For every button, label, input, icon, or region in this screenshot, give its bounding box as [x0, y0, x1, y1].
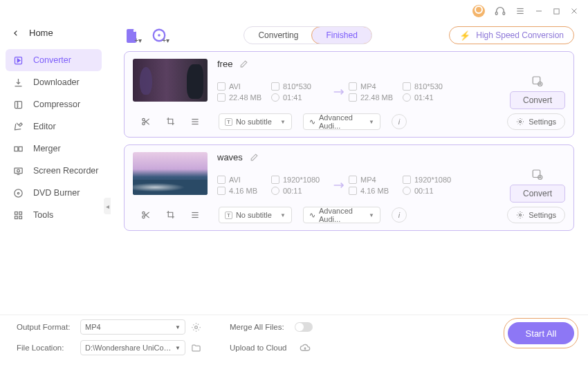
- sidebar-item-editor[interactable]: Editor: [0, 115, 107, 138]
- trim-icon[interactable]: [141, 210, 151, 220]
- sidebar-item-merger[interactable]: Merger: [0, 138, 107, 160]
- collapse-sidebar-icon[interactable]: ◂: [104, 198, 111, 214]
- file-location-select[interactable]: D:\Wondershare UniConverter 1▼: [80, 340, 185, 355]
- sidebar-item-downloader[interactable]: Downloader: [0, 71, 107, 93]
- home-label: Home: [29, 28, 53, 38]
- convert-arrow-icon: [332, 84, 347, 100]
- tab-finished[interactable]: Finished: [311, 26, 371, 44]
- resolution-icon: [271, 176, 279, 184]
- crop-icon[interactable]: [166, 210, 175, 220]
- svg-rect-13: [19, 147, 22, 151]
- subtitle-select[interactable]: TNo subtitle ▼: [219, 207, 292, 223]
- bottom-bar: Output Format: MP4▼ Merge All Files: Fil…: [0, 315, 588, 365]
- minimize-icon[interactable]: [535, 7, 543, 15]
- sidebar-item-tools[interactable]: Tools: [0, 204, 107, 226]
- output-settings-icon[interactable]: [188, 322, 203, 333]
- svg-rect-21: [19, 216, 21, 218]
- dst-duration: 00:11: [414, 187, 434, 195]
- svg-rect-18: [15, 212, 17, 214]
- close-icon[interactable]: [570, 7, 578, 15]
- tools-icon: [12, 209, 24, 221]
- info-icon[interactable]: i: [392, 207, 407, 223]
- start-all-wrap: Start All: [508, 322, 574, 344]
- src-size: 22.48 MB: [229, 93, 261, 102]
- svg-rect-32: [533, 170, 540, 178]
- svg-point-39: [520, 214, 522, 216]
- subtitle-select[interactable]: TNo subtitle ▼: [219, 113, 292, 130]
- top-toolbar: +▾ +▾ Converting Finished ⚡ High Speed C…: [124, 19, 574, 51]
- high-speed-button[interactable]: ⚡ High Speed Conversion: [449, 26, 574, 44]
- avatar-icon[interactable]: [472, 5, 485, 17]
- add-dvd-icon[interactable]: +▾: [151, 28, 167, 43]
- audio-select[interactable]: ∿Advanced Audi... ▼: [303, 113, 380, 130]
- maximize-icon[interactable]: [553, 8, 560, 15]
- file-settings-button[interactable]: Settings: [507, 113, 565, 130]
- file-card: free AVI 22.48 MB 810*530 01:41: [124, 51, 574, 138]
- src-duration: 01:41: [283, 93, 302, 102]
- audio-icon: ∿: [309, 118, 315, 127]
- menu-icon[interactable]: [515, 6, 525, 16]
- sidebar-item-dvd-burner[interactable]: DVD Burner: [0, 182, 107, 204]
- sidebar-item-converter[interactable]: Converter: [6, 49, 102, 71]
- tab-converting[interactable]: Converting: [244, 27, 312, 44]
- dvdburner-icon: [12, 187, 24, 198]
- sidebar: Home ConverterDownloaderCompressorEditor…: [0, 19, 107, 315]
- sidebar-item-compressor[interactable]: Compressor: [0, 93, 107, 115]
- audio-select[interactable]: ∿Advanced Audi... ▼: [303, 207, 380, 223]
- file-thumbnail[interactable]: [133, 152, 208, 195]
- svg-rect-24: [533, 77, 540, 84]
- info-icon[interactable]: i: [392, 114, 407, 129]
- upload-cloud-icon[interactable]: [295, 342, 315, 353]
- start-all-button[interactable]: Start All: [508, 322, 574, 344]
- more-icon[interactable]: [190, 210, 200, 220]
- crop-icon[interactable]: [166, 117, 175, 127]
- rename-icon[interactable]: [250, 153, 259, 162]
- resolution-icon: [403, 176, 411, 184]
- sidebar-item-label: Tools: [33, 210, 53, 220]
- svg-point-16: [14, 189, 21, 196]
- file-settings-button[interactable]: Settings: [507, 207, 565, 223]
- upload-cloud-label: Upload to Cloud: [230, 344, 292, 352]
- src-format: AVI: [229, 82, 241, 91]
- sidebar-item-label: Editor: [33, 122, 56, 131]
- downloader-icon: [12, 77, 24, 88]
- trim-icon[interactable]: [141, 117, 151, 127]
- merge-all-toggle[interactable]: [295, 322, 313, 332]
- sidebar-item-label: DVD Burner: [33, 188, 80, 198]
- svg-rect-14: [14, 168, 21, 174]
- size-icon: [217, 187, 226, 195]
- bolt-icon: ⚡: [459, 30, 470, 41]
- subtitle-icon: T: [225, 118, 232, 126]
- add-file-icon[interactable]: +▾: [124, 28, 139, 43]
- output-preset-icon[interactable]: [531, 75, 544, 87]
- svg-rect-1: [503, 12, 505, 15]
- convert-button[interactable]: Convert: [510, 91, 565, 109]
- convert-button[interactable]: Convert: [510, 185, 565, 203]
- format-icon: [217, 82, 226, 91]
- dst-resolution: 1920*1080: [414, 176, 451, 184]
- svg-point-15: [17, 169, 19, 172]
- src-size: 4.16 MB: [229, 187, 257, 195]
- titlebar: [0, 0, 588, 19]
- sidebar-item-screen-recorder[interactable]: Screen Recorder: [0, 160, 107, 182]
- file-thumbnail[interactable]: [133, 59, 208, 102]
- output-format-label: Output Format:: [17, 323, 77, 331]
- output-format-select[interactable]: MP4▼: [80, 319, 185, 335]
- file-title: free: [217, 59, 232, 69]
- dst-size: 22.48 MB: [360, 93, 393, 102]
- svg-point-40: [194, 326, 197, 328]
- rename-icon[interactable]: [239, 59, 248, 68]
- svg-rect-6: [554, 8, 559, 13]
- src-duration: 00:11: [283, 187, 302, 195]
- open-folder-icon[interactable]: [188, 343, 203, 353]
- size-icon: [349, 93, 357, 102]
- output-preset-icon[interactable]: [531, 168, 544, 180]
- editor-icon: [12, 121, 24, 132]
- compressor-icon: [12, 99, 24, 110]
- dst-resolution: 810*530: [414, 82, 443, 91]
- more-icon[interactable]: [190, 117, 200, 127]
- sidebar-home[interactable]: Home: [0, 24, 107, 42]
- format-icon: [217, 176, 226, 184]
- back-icon[interactable]: [12, 30, 19, 37]
- support-icon[interactable]: [495, 6, 506, 17]
